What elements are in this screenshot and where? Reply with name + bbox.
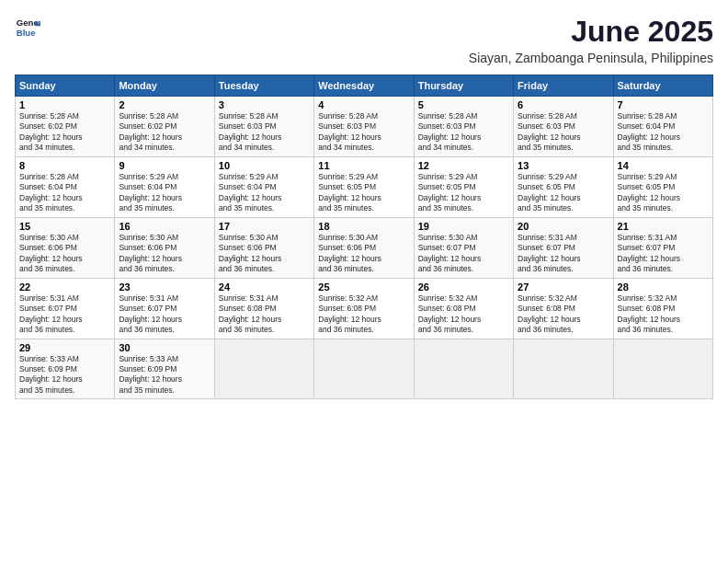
day-info: Sunrise: 5:30 AM Sunset: 6:07 PM Dayligh… [418, 233, 509, 275]
calendar-cell: 24Sunrise: 5:31 AM Sunset: 6:08 PM Dayli… [214, 278, 313, 339]
logo: General Blue [15, 15, 40, 40]
day-info: Sunrise: 5:29 AM Sunset: 6:05 PM Dayligh… [618, 172, 709, 214]
day-info: Sunrise: 5:32 AM Sunset: 6:08 PM Dayligh… [518, 293, 609, 336]
day-number: 1 [19, 99, 110, 110]
day-number: 20 [518, 221, 609, 232]
calendar-cell: 15Sunrise: 5:30 AM Sunset: 6:06 PM Dayli… [16, 217, 115, 278]
page: General Blue June 2025 Siayan, Zamboanga… [0, 0, 728, 563]
day-info: Sunrise: 5:30 AM Sunset: 6:06 PM Dayligh… [19, 233, 110, 275]
day-number: 23 [119, 282, 210, 293]
calendar-cell: 17Sunrise: 5:30 AM Sunset: 6:06 PM Dayli… [214, 217, 313, 278]
weekday-header-monday: Monday [115, 75, 214, 97]
day-number: 30 [119, 342, 210, 353]
weekday-header-friday: Friday [514, 75, 613, 97]
day-info: Sunrise: 5:33 AM Sunset: 6:09 PM Dayligh… [19, 354, 110, 396]
calendar-cell: 28Sunrise: 5:32 AM Sunset: 6:08 PM Dayli… [613, 278, 712, 339]
calendar-cell: 5Sunrise: 5:28 AM Sunset: 6:03 PM Daylig… [414, 97, 513, 157]
day-number: 8 [19, 160, 110, 171]
day-info: Sunrise: 5:28 AM Sunset: 6:03 PM Dayligh… [418, 111, 509, 154]
day-number: 3 [219, 99, 310, 110]
weekday-header-sunday: Sunday [16, 75, 115, 97]
day-info: Sunrise: 5:32 AM Sunset: 6:08 PM Dayligh… [618, 293, 709, 336]
calendar-cell [214, 339, 313, 399]
day-number: 2 [119, 99, 210, 110]
calendar-cell: 9Sunrise: 5:29 AM Sunset: 6:04 PM Daylig… [115, 156, 214, 217]
calendar-cell [414, 339, 513, 399]
day-info: Sunrise: 5:29 AM Sunset: 6:04 PM Dayligh… [219, 172, 310, 214]
weekday-header-thursday: Thursday [414, 75, 513, 97]
calendar-table: SundayMondayTuesdayWednesdayThursdayFrid… [15, 75, 713, 399]
day-info: Sunrise: 5:32 AM Sunset: 6:08 PM Dayligh… [418, 293, 509, 336]
calendar-subtitle: Siayan, Zamboanga Peninsula, Philippines [469, 51, 713, 65]
day-info: Sunrise: 5:28 AM Sunset: 6:03 PM Dayligh… [518, 111, 609, 154]
day-info: Sunrise: 5:28 AM Sunset: 6:04 PM Dayligh… [618, 111, 709, 154]
day-info: Sunrise: 5:29 AM Sunset: 6:05 PM Dayligh… [418, 172, 509, 214]
day-info: Sunrise: 5:30 AM Sunset: 6:06 PM Dayligh… [219, 233, 310, 275]
calendar-cell: 12Sunrise: 5:29 AM Sunset: 6:05 PM Dayli… [414, 156, 513, 217]
calendar-cell [613, 339, 712, 399]
week-row-3: 15Sunrise: 5:30 AM Sunset: 6:06 PM Dayli… [16, 217, 713, 278]
day-number: 15 [19, 221, 110, 232]
day-info: Sunrise: 5:28 AM Sunset: 6:02 PM Dayligh… [119, 111, 210, 154]
day-number: 13 [518, 160, 609, 171]
svg-text:Blue: Blue [17, 28, 36, 38]
day-number: 17 [219, 221, 310, 232]
day-info: Sunrise: 5:32 AM Sunset: 6:08 PM Dayligh… [318, 293, 409, 336]
day-number: 7 [618, 99, 709, 110]
calendar-cell: 23Sunrise: 5:31 AM Sunset: 6:07 PM Dayli… [115, 278, 214, 339]
week-row-2: 8Sunrise: 5:28 AM Sunset: 6:04 PM Daylig… [16, 156, 713, 217]
calendar-cell: 25Sunrise: 5:32 AM Sunset: 6:08 PM Dayli… [314, 278, 414, 339]
day-info: Sunrise: 5:31 AM Sunset: 6:07 PM Dayligh… [518, 233, 609, 275]
day-number: 21 [618, 221, 709, 232]
day-number: 27 [518, 282, 609, 293]
day-info: Sunrise: 5:29 AM Sunset: 6:05 PM Dayligh… [518, 172, 609, 214]
day-number: 5 [418, 99, 509, 110]
calendar-title: June 2025 [469, 15, 713, 49]
day-number: 16 [119, 221, 210, 232]
calendar-cell: 10Sunrise: 5:29 AM Sunset: 6:04 PM Dayli… [214, 156, 313, 217]
header: General Blue June 2025 Siayan, Zamboanga… [15, 15, 713, 65]
day-info: Sunrise: 5:31 AM Sunset: 6:07 PM Dayligh… [119, 293, 210, 336]
calendar-cell: 14Sunrise: 5:29 AM Sunset: 6:05 PM Dayli… [613, 156, 712, 217]
day-number: 25 [318, 282, 409, 293]
calendar-cell: 11Sunrise: 5:29 AM Sunset: 6:05 PM Dayli… [314, 156, 414, 217]
weekday-header: SundayMondayTuesdayWednesdayThursdayFrid… [16, 75, 713, 97]
calendar-cell: 18Sunrise: 5:30 AM Sunset: 6:06 PM Dayli… [314, 217, 414, 278]
day-info: Sunrise: 5:28 AM Sunset: 6:03 PM Dayligh… [318, 111, 409, 154]
day-info: Sunrise: 5:33 AM Sunset: 6:09 PM Dayligh… [119, 354, 210, 396]
week-row-1: 1Sunrise: 5:28 AM Sunset: 6:02 PM Daylig… [16, 97, 713, 157]
calendar-cell: 1Sunrise: 5:28 AM Sunset: 6:02 PM Daylig… [16, 97, 115, 157]
day-number: 24 [219, 282, 310, 293]
day-info: Sunrise: 5:31 AM Sunset: 6:07 PM Dayligh… [19, 293, 110, 336]
day-info: Sunrise: 5:28 AM Sunset: 6:04 PM Dayligh… [19, 172, 110, 214]
day-number: 6 [518, 99, 609, 110]
calendar-cell: 27Sunrise: 5:32 AM Sunset: 6:08 PM Dayli… [514, 278, 613, 339]
calendar-cell: 7Sunrise: 5:28 AM Sunset: 6:04 PM Daylig… [613, 97, 712, 157]
calendar-cell [314, 339, 414, 399]
calendar-cell: 21Sunrise: 5:31 AM Sunset: 6:07 PM Dayli… [613, 217, 712, 278]
calendar-cell: 6Sunrise: 5:28 AM Sunset: 6:03 PM Daylig… [514, 97, 613, 157]
calendar-cell: 30Sunrise: 5:33 AM Sunset: 6:09 PM Dayli… [115, 339, 214, 399]
day-number: 11 [318, 160, 409, 171]
logo-icon: General Blue [15, 15, 40, 40]
day-number: 19 [418, 221, 509, 232]
calendar-cell: 2Sunrise: 5:28 AM Sunset: 6:02 PM Daylig… [115, 97, 214, 157]
day-number: 26 [418, 282, 509, 293]
weekday-header-saturday: Saturday [613, 75, 712, 97]
day-number: 18 [318, 221, 409, 232]
calendar-cell: 29Sunrise: 5:33 AM Sunset: 6:09 PM Dayli… [16, 339, 115, 399]
calendar-cell: 16Sunrise: 5:30 AM Sunset: 6:06 PM Dayli… [115, 217, 214, 278]
day-number: 10 [219, 160, 310, 171]
calendar-cell: 20Sunrise: 5:31 AM Sunset: 6:07 PM Dayli… [514, 217, 613, 278]
day-number: 22 [19, 282, 110, 293]
calendar-cell: 4Sunrise: 5:28 AM Sunset: 6:03 PM Daylig… [314, 97, 414, 157]
day-info: Sunrise: 5:31 AM Sunset: 6:07 PM Dayligh… [618, 233, 709, 275]
day-info: Sunrise: 5:28 AM Sunset: 6:03 PM Dayligh… [219, 111, 310, 154]
day-number: 12 [418, 160, 509, 171]
week-row-4: 22Sunrise: 5:31 AM Sunset: 6:07 PM Dayli… [16, 278, 713, 339]
day-info: Sunrise: 5:28 AM Sunset: 6:02 PM Dayligh… [19, 111, 110, 154]
calendar-cell [514, 339, 613, 399]
week-row-5: 29Sunrise: 5:33 AM Sunset: 6:09 PM Dayli… [16, 339, 713, 399]
day-number: 14 [618, 160, 709, 171]
day-info: Sunrise: 5:29 AM Sunset: 6:05 PM Dayligh… [318, 172, 409, 214]
